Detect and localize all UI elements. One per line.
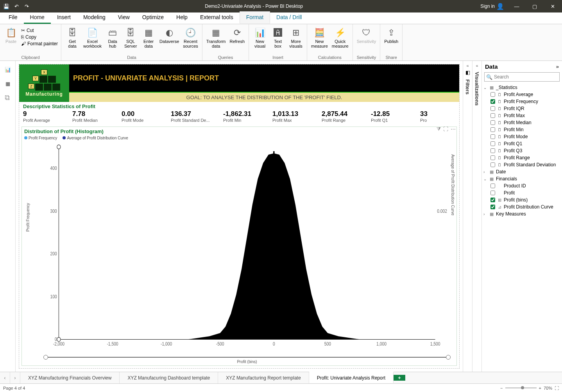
tab-format[interactable]: Format (240, 11, 270, 24)
page-tab[interactable]: XYZ Manufacuring Dashboard template (120, 372, 218, 383)
tab-modeling[interactable]: Modeling (77, 12, 112, 24)
table-node[interactable]: ⌄▦Financials (483, 175, 560, 182)
field-row[interactable]: Profit (490, 189, 560, 196)
page-tab[interactable]: Profit: Univariate Analysis Report (309, 372, 394, 383)
filter-icon[interactable]: ⧩ (437, 126, 441, 132)
field-row[interactable]: 🗒Profit Median (490, 119, 560, 126)
recent-sources-button[interactable]: 🕘Recent sources (181, 27, 200, 49)
save-icon[interactable]: 💾 (3, 3, 9, 9)
model-view-button[interactable]: ⿻ (3, 93, 13, 102)
copy-button[interactable]: ⎘Copy (20, 34, 37, 40)
table-view-button[interactable]: ▦ (3, 79, 13, 88)
get-data-button[interactable]: 🗄Get data (64, 27, 81, 49)
field-checkbox[interactable] (490, 92, 495, 97)
filters-pane-collapsed[interactable]: « ◧ Filters (463, 61, 472, 372)
refresh-button[interactable]: ⟳Refresh (228, 27, 247, 45)
page-tab[interactable]: XYZ Manufacturing Financials Overview (20, 372, 120, 383)
tab-help[interactable]: Help (170, 12, 194, 24)
dataverse-button[interactable]: ◐Dataverse (158, 27, 181, 45)
field-row[interactable]: ⊿Profit Distribution Curve (490, 203, 560, 210)
cut-button[interactable]: ✂Cut (20, 27, 35, 34)
zoom-in-button[interactable]: + (539, 386, 541, 390)
stat-card: 1,013.13Profit Max (272, 110, 308, 123)
table-node[interactable]: ›▦Date (483, 168, 560, 175)
fit-page-button[interactable]: ⛶ (555, 386, 559, 390)
tabs-prev-button[interactable]: ‹ (0, 372, 10, 383)
new-measure-button[interactable]: 🧮New measure (310, 27, 329, 49)
field-row[interactable]: Product ID (490, 182, 560, 189)
tabs-next-button[interactable]: › (10, 372, 20, 383)
field-checkbox[interactable] (490, 113, 495, 118)
search-input[interactable] (494, 74, 558, 80)
field-checkbox[interactable] (490, 205, 495, 209)
field-checkbox[interactable] (490, 141, 495, 146)
field-row[interactable]: 🗒Profit Q3 (490, 147, 560, 154)
more-visuals-button[interactable]: ⊞More visuals (287, 27, 304, 49)
tab-insert[interactable]: Insert (51, 12, 77, 24)
minimize-button[interactable]: — (509, 0, 524, 12)
quick-measure-button[interactable]: ⚡Quick measure (330, 27, 350, 49)
tab-home[interactable]: Home (24, 12, 51, 24)
field-checkbox[interactable] (490, 191, 495, 195)
tab-view[interactable]: View (112, 12, 136, 24)
text-box-button[interactable]: 🅰Text box (269, 27, 286, 49)
histogram-visual[interactable]: ⧩ ⛶ ⋯ Distribution of Profit (Histogram)… (21, 127, 457, 366)
table-node[interactable]: ⌄▦_Statistics (483, 84, 560, 91)
maximize-button[interactable]: ▢ (527, 0, 542, 12)
tab-optimize[interactable]: Optimize (136, 12, 170, 24)
chevron-left-icon[interactable]: « (476, 63, 478, 68)
tab-file[interactable]: File (2, 12, 24, 24)
format-painter-button[interactable]: 🖌Format painter (20, 41, 59, 47)
paste-button[interactable]: 📋Paste (2, 27, 20, 45)
enter-data-button[interactable]: ▦Enter data (140, 27, 157, 49)
sql-server-button[interactable]: 🗄SQL Server (122, 27, 139, 49)
new-visual-button[interactable]: 📊New visual (251, 27, 268, 49)
report-canvas[interactable]: X Y Z Manufacturing PROFIT - UNIVARIATE … (16, 61, 463, 372)
field-row[interactable]: 🗒Profit IQR (490, 105, 560, 112)
more-icon[interactable]: ⋯ (451, 126, 456, 132)
field-row[interactable]: 🗒Profit Max (490, 112, 560, 119)
close-button[interactable]: ✕ (545, 0, 560, 12)
field-row[interactable]: 🗒Profit Average (490, 91, 560, 98)
chevron-right-icon[interactable]: » (556, 64, 559, 69)
sensitivity-button[interactable]: 🛡Sensitivity (355, 27, 378, 45)
signin-button[interactable]: Sign in👤 (478, 3, 507, 10)
zoom-control[interactable]: − + 70% ⛶ (500, 386, 559, 390)
field-checkbox[interactable] (490, 155, 495, 160)
field-checkbox[interactable] (490, 127, 495, 132)
field-row[interactable]: ⊞Profit (bins) (490, 196, 560, 203)
zoom-slider[interactable] (505, 387, 537, 388)
field-checkbox[interactable] (490, 198, 495, 202)
tab-external-tools[interactable]: External tools (194, 12, 240, 24)
redo-icon[interactable]: ↷ (23, 3, 30, 9)
field-row[interactable]: 🗒Profit Min (490, 126, 560, 133)
field-checkbox[interactable] (490, 184, 495, 188)
transform-data-button[interactable]: ▦Transform data (205, 27, 227, 49)
field-checkbox[interactable] (490, 106, 495, 111)
tab-data-drill[interactable]: Data / Drill (270, 12, 308, 24)
data-hub-button[interactable]: 🗃Data hub (104, 27, 121, 49)
x-range-slider[interactable] (45, 357, 449, 358)
chevron-left-icon[interactable]: « (466, 63, 469, 68)
field-checkbox[interactable] (490, 162, 495, 167)
field-checkbox[interactable] (490, 99, 495, 104)
page-tab[interactable]: XYZ Manufacturing Report template (218, 372, 309, 383)
field-row[interactable]: 🗒Profit Range (490, 154, 560, 161)
field-checkbox[interactable] (490, 134, 495, 139)
add-page-button[interactable]: + (394, 375, 405, 381)
field-row[interactable]: 🗒Profit Frequency (490, 98, 560, 105)
visualizations-pane-collapsed[interactable]: « Visualizations (472, 61, 481, 372)
data-search[interactable]: 🔍 (484, 72, 560, 82)
report-view-button[interactable]: 📊 (3, 65, 13, 74)
field-row[interactable]: 🗒Profit Standard Deviation (490, 161, 560, 168)
table-node[interactable]: ›▦Key Measures (483, 210, 560, 217)
field-row[interactable]: 🗒Profit Q1 (490, 140, 560, 147)
publish-button[interactable]: ⇪Publish (383, 27, 400, 45)
excel-workbook-button[interactable]: 📄Excel workbook (82, 27, 103, 49)
field-checkbox[interactable] (490, 148, 495, 153)
focus-icon[interactable]: ⛶ (443, 126, 448, 132)
undo-icon[interactable]: ↶ (13, 3, 20, 9)
field-checkbox[interactable] (490, 120, 495, 125)
zoom-out-button[interactable]: − (500, 386, 503, 390)
field-row[interactable]: 🗒Profit Mode (490, 133, 560, 140)
